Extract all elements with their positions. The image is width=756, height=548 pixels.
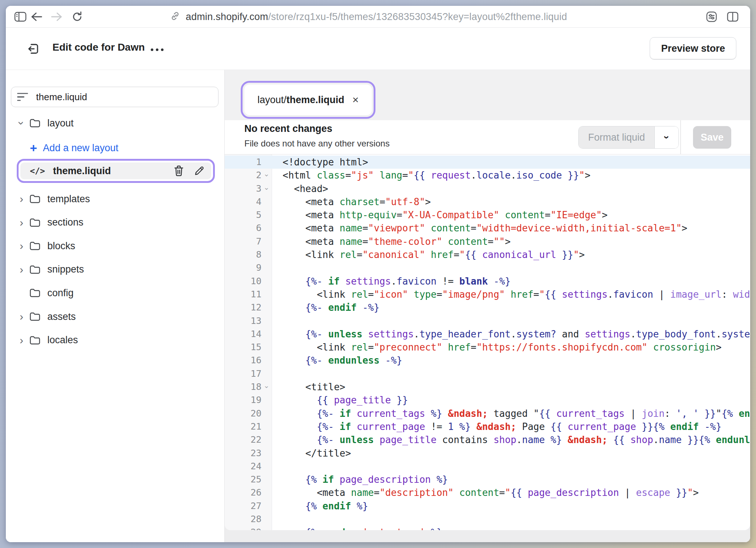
close-tab-icon[interactable]: × (352, 94, 359, 105)
line-number: 17 (225, 367, 261, 380)
folder-label: assets (47, 311, 76, 322)
code-line-14[interactable]: 14 {%- unless settings.type_header_font.… (225, 328, 750, 341)
code-line-19[interactable]: 19 {{ page_title }} (225, 394, 750, 407)
code-line-5[interactable]: 5 <meta http-equiv="X-UA-Compatible" con… (225, 208, 750, 222)
code-text: <!doctype html> (272, 156, 368, 169)
code-line-10[interactable]: 10 {%- if settings.favicon != blank -%} (225, 275, 750, 288)
fold-spacer (261, 433, 272, 446)
code-line-17[interactable]: 17 (225, 367, 750, 380)
line-number: 29 (225, 526, 261, 530)
file-sidebar: › layout + Add a new layout </> theme.li… (6, 70, 225, 542)
fold-chevron-icon[interactable]: › (261, 182, 272, 195)
chevron-right-icon[interactable]: › (17, 264, 26, 275)
app-header: Edit code for Dawn Preview store (6, 28, 750, 70)
line-number: 24 (225, 460, 261, 473)
overflow-menu-icon[interactable] (151, 44, 173, 55)
code-line-7[interactable]: 7 <meta name="theme-color" content=""> (225, 235, 750, 248)
code-text (272, 367, 283, 380)
code-line-2[interactable]: 2›<html class="js" lang="{{ request.loca… (225, 169, 750, 182)
fold-chevron-icon[interactable]: › (261, 169, 272, 182)
fold-spacer (261, 156, 272, 169)
folder-icon (29, 118, 41, 128)
line-number: 21 (225, 420, 261, 433)
sidebar-toggle-icon[interactable] (12, 9, 28, 25)
code-line-28[interactable]: 28 (225, 513, 750, 526)
page-settings-icon[interactable] (704, 9, 720, 25)
file-search-box[interactable] (11, 87, 218, 107)
format-liquid-label[interactable]: Format liquid (579, 126, 654, 148)
code-line-8[interactable]: 8 <link rel="canonical" href="{{ canonic… (225, 248, 750, 261)
code-line-29[interactable]: 29 {% render 'meta-tags' %} (225, 526, 750, 530)
format-dropdown-button[interactable]: › (654, 126, 678, 148)
chevron-right-icon[interactable]: › (17, 311, 26, 322)
code-line-15[interactable]: 15 <link rel="preconnect" href="https://… (225, 341, 750, 354)
code-text: <link rel="preconnect" href="https://fon… (272, 341, 721, 354)
line-number: 16 (225, 354, 261, 367)
code-line-12[interactable]: 12 {%- endif -%} (225, 301, 750, 314)
code-line-22[interactable]: 22 {%- unless page_title contains shop.n… (225, 433, 750, 446)
tab-label: layout/theme.liquid (257, 94, 344, 106)
exit-editor-button[interactable] (25, 40, 42, 58)
chevron-down-icon[interactable]: › (17, 118, 26, 129)
fold-spacer (261, 394, 272, 407)
sidebar-folder-locales[interactable]: › locales (6, 331, 225, 350)
code-line-11[interactable]: 11 <link rel="icon" type="image/png" hre… (225, 288, 750, 301)
address-bar[interactable]: admin.shopify.com/store/rzq1xu-f5/themes… (170, 6, 567, 28)
save-button[interactable]: Save (693, 126, 731, 149)
code-line-18[interactable]: 18› <title> (225, 380, 750, 394)
sidebar-folder-sections[interactable]: › sections (6, 213, 225, 232)
fold-chevron-icon[interactable]: › (261, 380, 272, 394)
fold-spacer (261, 473, 272, 486)
tab-layout-theme-liquid[interactable]: layout/theme.liquid × (244, 85, 372, 115)
fold-spacer (261, 301, 272, 314)
back-button[interactable] (28, 9, 44, 25)
sidebar-folder-snippets[interactable]: › snippets (6, 260, 225, 279)
sidebar-folder-config[interactable]: › config (6, 283, 225, 302)
search-input[interactable] (36, 91, 196, 103)
fold-spacer (261, 367, 272, 380)
format-liquid-button[interactable]: Format liquid › (578, 126, 679, 149)
code-editor[interactable]: 1<!doctype html>2›<html class="js" lang=… (225, 154, 750, 530)
code-line-3[interactable]: 3› <head> (225, 182, 750, 195)
code-line-27[interactable]: 27 {% endif %} (225, 500, 750, 513)
sidebar-folder-templates[interactable]: › templates (6, 189, 225, 208)
desktop-background: admin.shopify.com/store/rzq1xu-f5/themes… (0, 0, 756, 548)
chevron-right-icon[interactable]: › (17, 287, 26, 298)
preview-store-button[interactable]: Preview store (650, 37, 736, 60)
sidebar-folder-blocks[interactable]: › blocks (6, 236, 225, 255)
add-layout-link[interactable]: + Add a new layout (6, 138, 225, 157)
code-line-1[interactable]: 1<!doctype html> (225, 156, 750, 169)
code-line-23[interactable]: 23 </title> (225, 447, 750, 460)
chevron-right-icon[interactable]: › (17, 240, 26, 251)
code-line-25[interactable]: 25 {% if page_description %} (225, 473, 750, 486)
code-line-20[interactable]: 20 {%- if current_tags %} &ndash; tagged… (225, 407, 750, 420)
code-text: {%- if settings.favicon != blank -%} (272, 275, 511, 288)
panel-footer-strip (225, 530, 750, 542)
forward-button[interactable] (49, 9, 65, 25)
fold-spacer (261, 288, 272, 301)
chevron-right-icon[interactable]: › (17, 335, 26, 346)
browser-toolbar: admin.shopify.com/store/rzq1xu-f5/themes… (6, 6, 750, 28)
selected-file-theme-liquid[interactable]: </> theme.liquid (20, 163, 211, 179)
code-line-4[interactable]: 4 <meta charset="utf-8"> (225, 195, 750, 208)
sidebar-folder-assets[interactable]: › assets (6, 307, 225, 326)
folder-icon (29, 194, 41, 204)
reload-button[interactable] (69, 9, 85, 25)
code-line-24[interactable]: 24 (225, 460, 750, 473)
folder-label: config (47, 287, 74, 299)
code-text: <head> (272, 182, 328, 195)
folder-icon (29, 335, 41, 345)
chevron-right-icon[interactable]: › (17, 217, 26, 228)
code-line-16[interactable]: 16 {%- endunless -%} (225, 354, 750, 367)
split-view-icon[interactable] (725, 9, 741, 25)
code-line-26[interactable]: 26 <meta name="description" content="{{ … (225, 486, 750, 499)
chevron-right-icon[interactable]: › (17, 193, 26, 204)
code-line-13[interactable]: 13 (225, 314, 750, 328)
delete-file-button[interactable] (173, 165, 184, 177)
rename-file-button[interactable] (194, 165, 205, 176)
code-line-21[interactable]: 21 {%- if current_page != 1 %} &ndash; P… (225, 420, 750, 433)
code-line-6[interactable]: 6 <meta name="viewport" content="width=d… (225, 222, 750, 235)
sidebar-folder-layout[interactable]: › layout (6, 114, 225, 133)
chevron-down-icon: › (661, 136, 673, 139)
code-line-9[interactable]: 9 (225, 261, 750, 274)
